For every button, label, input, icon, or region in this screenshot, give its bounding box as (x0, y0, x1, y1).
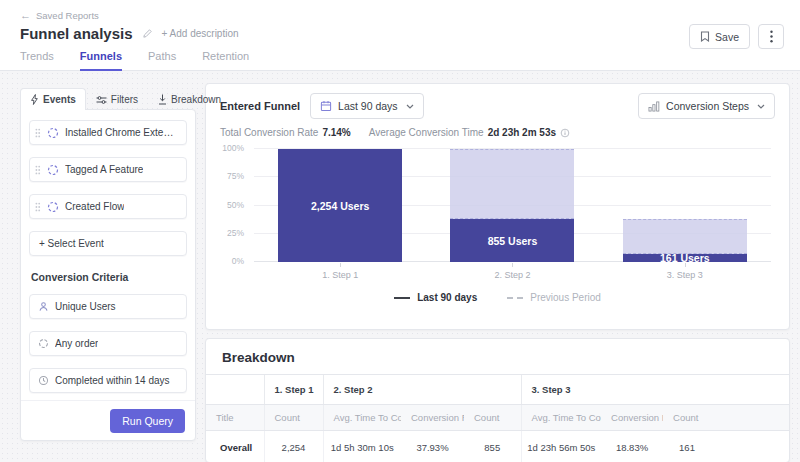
step-group-header: 1. Step 1 (264, 375, 323, 405)
funnel-step-column[interactable]: 2,254 Users (254, 149, 426, 262)
funnel-bar-label: 2,254 Users (311, 200, 369, 212)
x-axis-label: 3. Step 3 (599, 262, 771, 282)
funnel-bar-label: 855 Users (488, 235, 538, 247)
event-dashed-circle-icon (47, 127, 59, 139)
tab-retention[interactable]: Retention (202, 50, 249, 71)
conversion-rate-cell: 18.83% (601, 431, 663, 462)
funnel-bars: 2,254 Users855 Users161 Users (254, 149, 771, 262)
criteria-label: Unique Users (55, 301, 116, 312)
count-cell: 2,254 (264, 431, 323, 462)
y-axis-tick-label: 100% (222, 143, 244, 153)
calendar-icon (320, 100, 332, 112)
funnel-step-column[interactable]: 161 Users (599, 149, 771, 262)
back-link-label: Saved Reports (36, 10, 99, 21)
total-conversion-rate-value: 7.14% (322, 127, 350, 138)
info-icon[interactable] (560, 128, 570, 138)
bookmark-icon (700, 31, 710, 42)
report-content: Entered Funnel Last 90 days (205, 83, 790, 462)
clock-icon (35, 375, 49, 386)
more-options-button[interactable] (758, 24, 784, 49)
avg-time-cell: 1d 5h 30m 10s (323, 431, 401, 462)
chart-legend: Last 90 days Previous Period (220, 292, 775, 303)
legend-label: Last 90 days (417, 292, 477, 303)
avg-time-cell: 1d 23h 56m 50s (521, 431, 601, 462)
funnel-plot-area: 2,254 Users855 Users161 Users (254, 149, 771, 262)
event-step-row[interactable]: Created Flow (29, 194, 187, 219)
funnel-bar-segment[interactable]: 2,254 Users (278, 149, 402, 262)
funnel-bar-segment[interactable]: 855 Users (450, 219, 574, 262)
legend-item-previous[interactable]: Previous Period (507, 292, 601, 303)
sidebar-tab-filters[interactable]: Filters (86, 88, 148, 110)
select-event-button[interactable]: + Select Event (29, 231, 187, 256)
row-title-cell: Overall (206, 431, 264, 462)
column-header: Count (264, 405, 323, 431)
funnel-plot: 0%25%50%75%100% 2,254 Users855 Users161 … (220, 149, 775, 282)
funnel-chart-card: Entered Funnel Last 90 days (205, 83, 790, 330)
x-axis-label: 1. Step 1 (254, 262, 426, 282)
column-header: Conversion Rate (401, 405, 464, 431)
event-step-label: Created Flow (65, 201, 124, 212)
person-icon (35, 301, 49, 312)
criteria-label: Any order (55, 338, 98, 349)
query-sidebar: Events Filters Breakdown (20, 88, 196, 441)
empty-cell (206, 375, 264, 405)
y-axis-tick-label: 75% (227, 171, 244, 181)
drag-handle-icon[interactable] (35, 202, 41, 212)
save-button[interactable]: Save (689, 24, 750, 49)
column-header-row: Title Count Avg. Time To Convert Convers… (206, 405, 789, 431)
tab-funnels[interactable]: Funnels (80, 50, 122, 71)
criteria-order-row[interactable]: Any order (29, 331, 187, 356)
criteria-label: Completed within 14 days (55, 375, 170, 386)
avg-conversion-time-value: 2d 23h 2m 53s (488, 127, 556, 138)
tab-paths[interactable]: Paths (148, 50, 176, 71)
criteria-window-row[interactable]: Completed within 14 days (29, 368, 187, 393)
tab-trends[interactable]: Trends (20, 50, 54, 71)
back-link[interactable]: ← Saved Reports (20, 10, 99, 21)
entered-funnel-label: Entered Funnel (220, 100, 300, 112)
main-area: Events Filters Breakdown (0, 71, 800, 462)
step-group-header: 2. Step 2 (323, 375, 521, 405)
legend-item-current[interactable]: Last 90 days (394, 292, 477, 303)
summary-stats: Total Conversion Rate 7.14% Average Conv… (220, 127, 775, 138)
date-range-select[interactable]: Last 90 days (310, 93, 424, 119)
edit-title-icon[interactable] (142, 28, 153, 39)
chevron-down-icon (757, 104, 765, 109)
drag-handle-icon[interactable] (35, 165, 41, 175)
y-axis-tick-label: 0% (232, 256, 244, 266)
sidebar-tab-events[interactable]: Events (20, 88, 86, 110)
criteria-counting-row[interactable]: Unique Users (29, 294, 187, 319)
sidebar-tab-breakdown[interactable]: Breakdown (148, 88, 231, 110)
solid-line-swatch (394, 297, 410, 299)
bar-chart-icon (648, 101, 660, 112)
view-mode-value: Conversion Steps (666, 100, 749, 112)
conversion-criteria-title: Conversion Criteria (31, 271, 185, 283)
event-step-row[interactable]: Tagged A Feature (29, 157, 187, 182)
drag-handle-icon[interactable] (35, 128, 41, 138)
table-row-overall[interactable]: Overall 2,254 1d 5h 30m 10s 37.93% 855 1… (206, 431, 789, 462)
kebab-menu-icon (770, 30, 773, 43)
funnel-bar-segment[interactable]: 161 Users (623, 254, 747, 262)
lightning-icon (30, 94, 39, 105)
select-event-label: + Select Event (35, 238, 104, 249)
sidebar-tab-label: Filters (111, 94, 138, 105)
sidebar-tab-label: Events (43, 94, 76, 105)
total-conversion-rate-label: Total Conversion Rate (220, 127, 318, 138)
conversion-rate-cell: 37.93% (401, 431, 464, 462)
funnel-yaxis: 0%25%50%75%100% (220, 149, 248, 262)
date-range-value: Last 90 days (338, 100, 398, 112)
y-axis-tick-label: 50% (227, 200, 244, 210)
event-step-row[interactable]: Installed Chrome Extension (29, 120, 187, 145)
dashed-line-swatch (507, 297, 523, 299)
run-query-button[interactable]: Run Query (110, 409, 185, 433)
view-mode-select[interactable]: Conversion Steps (638, 93, 775, 119)
breakdown-title: Breakdown (206, 339, 789, 374)
avg-conversion-time-label: Average Conversion Time (369, 127, 484, 138)
funnel-analysis-app: ← Saved Reports Funnel analysis + Add de… (0, 0, 800, 462)
filler-cell (711, 431, 789, 462)
sidebar-tab-label: Breakdown (171, 94, 221, 105)
x-axis-label: 2. Step 2 (426, 262, 598, 282)
funnel-step-column[interactable]: 855 Users (426, 149, 598, 262)
add-description-button[interactable]: + Add description (162, 28, 239, 39)
legend-label: Previous Period (530, 292, 601, 303)
page-header: ← Saved Reports Funnel analysis + Add de… (0, 0, 800, 71)
